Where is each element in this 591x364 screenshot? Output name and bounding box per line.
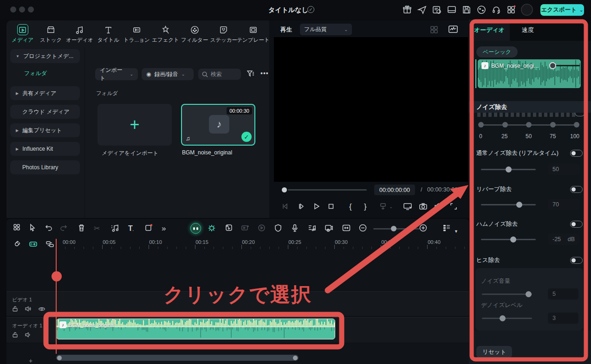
- window-zoom-button[interactable]: [28, 6, 34, 13]
- shield-icon[interactable]: [274, 224, 282, 235]
- window-close-button[interactable]: [10, 6, 16, 13]
- tab-audio[interactable]: オーディオ: [66, 22, 93, 45]
- denoise-level-handle[interactable]: [500, 315, 506, 321]
- current-timecode[interactable]: 00:00:00:00: [374, 185, 415, 195]
- split-tool-icon[interactable]: [379, 202, 387, 212]
- play-button[interactable]: [312, 202, 321, 212]
- mark-in-button[interactable]: {: [349, 202, 352, 211]
- cloud-sync-icon[interactable]: [476, 5, 487, 15]
- toolbox-icon[interactable]: [13, 224, 21, 236]
- text-tool-icon[interactable]: T.: [128, 224, 134, 235]
- sidebar-item-project-media[interactable]: ▼ プロジェクトメデ...: [10, 49, 80, 63]
- share-icon[interactable]: [417, 5, 427, 15]
- display-device-button[interactable]: [403, 202, 412, 212]
- sidebar-item-cloud-media[interactable]: クラウド メディア: [10, 105, 80, 119]
- hum-noise-slider[interactable]: [481, 239, 536, 240]
- playhead[interactable]: [56, 239, 57, 354]
- reverb-toggle[interactable]: [570, 186, 583, 193]
- chevron-down-icon[interactable]: ⌄: [389, 204, 393, 209]
- filter-icon[interactable]: [247, 70, 255, 80]
- tab-stickers[interactable]: ステッカー: [210, 22, 237, 45]
- fullscreen-button[interactable]: [449, 202, 458, 212]
- speech-to-text-icon[interactable]: [224, 224, 233, 235]
- task-list-icon[interactable]: [432, 5, 442, 15]
- scrollbar-handle-right[interactable]: [293, 356, 298, 360]
- timeline-ruler[interactable]: 00:00 00:05 00:10 00:15 00:20 00:25 00:3…: [56, 239, 469, 249]
- sidebar-item-photos-library[interactable]: Photos Library: [10, 160, 80, 174]
- search-input[interactable]: 検索: [198, 69, 241, 80]
- hum-noise-toggle[interactable]: [570, 221, 583, 228]
- normal-noise-slider-handle[interactable]: [506, 166, 512, 172]
- strength-slider-dot[interactable]: [526, 122, 532, 128]
- fit-timeline-icon[interactable]: [342, 224, 351, 235]
- stop-button[interactable]: [327, 202, 335, 212]
- chevron-down-icon[interactable]: ▼: [454, 226, 458, 236]
- strength-slider-dot[interactable]: [478, 122, 484, 128]
- user-avatar[interactable]: [521, 4, 533, 16]
- mark-out-button[interactable]: }: [364, 202, 367, 211]
- render-preview-icon[interactable]: [257, 224, 266, 235]
- normal-noise-toggle[interactable]: [570, 150, 583, 157]
- snapshot-camera-button[interactable]: [419, 202, 428, 212]
- import-media-tile[interactable]: +: [97, 104, 172, 146]
- volume-button[interactable]: [434, 202, 442, 212]
- tab-transitions[interactable]: トラ...ョン: [123, 22, 150, 45]
- apps-grid-icon[interactable]: [506, 5, 516, 15]
- auto-ripple-icon[interactable]: [29, 240, 38, 250]
- track-split-icon[interactable]: [45, 240, 54, 250]
- mute-icon[interactable]: [25, 332, 32, 340]
- import-dropdown[interactable]: インポート ⌄: [95, 68, 138, 80]
- delete-icon[interactable]: [78, 224, 85, 235]
- tab-media[interactable]: メディア: [9, 22, 36, 45]
- undo-icon[interactable]: [44, 224, 52, 235]
- strength-slider-dot[interactable]: [550, 122, 556, 128]
- sidebar-item-influence-kit[interactable]: ▶ Influence Kit: [10, 142, 80, 156]
- zoom-out-icon[interactable]: [358, 224, 367, 235]
- window-minimize-button[interactable]: [19, 6, 25, 13]
- sidebar-item-shared-media[interactable]: ▶ 共有メディア: [10, 86, 80, 100]
- scrollbar-handle-left[interactable]: [57, 356, 62, 360]
- tab-audio-properties[interactable]: オーディオ: [469, 19, 510, 41]
- zoom-in-icon[interactable]: [419, 224, 428, 235]
- ai-bot-icon[interactable]: [207, 224, 216, 236]
- quality-dropdown[interactable]: フル品質 ⌄: [300, 24, 352, 35]
- hum-noise-slider-handle[interactable]: [510, 236, 516, 243]
- split-scissors-icon[interactable]: ✂: [94, 224, 100, 234]
- media-item-bgm[interactable]: 00:00:30 ♪ ♫ ✓: [181, 104, 255, 146]
- tab-filters[interactable]: フィルター: [181, 22, 208, 45]
- basic-badge[interactable]: ベーシック: [476, 46, 518, 57]
- tab-titles[interactable]: タイトル: [95, 22, 122, 45]
- preview-grid-icon[interactable]: [429, 25, 439, 36]
- more-options-icon[interactable]: •••: [260, 70, 269, 77]
- audio-mixer-icon[interactable]: [307, 224, 317, 235]
- hum-noise-value[interactable]: -25dB: [548, 234, 579, 245]
- next-frame-button[interactable]: [297, 202, 305, 212]
- sidebar-item-edit-presets[interactable]: ▶ 編集プリセット: [10, 123, 80, 137]
- mute-icon[interactable]: [25, 306, 32, 314]
- scope-view-icon[interactable]: [448, 25, 458, 36]
- tab-effects[interactable]: エフェクト: [152, 22, 179, 45]
- sidebar-item-folder[interactable]: フォルダ: [10, 67, 80, 80]
- visibility-eye-icon[interactable]: [38, 306, 45, 314]
- previous-frame-button[interactable]: [281, 202, 289, 212]
- panel-layout-icon[interactable]: [447, 5, 457, 15]
- voiceover-mic-icon[interactable]: [291, 224, 299, 235]
- strength-slider-dot[interactable]: [574, 122, 579, 128]
- ai-copilot-icon[interactable]: [190, 223, 201, 234]
- denoise-level-slider[interactable]: [482, 318, 532, 319]
- denoise-level-value[interactable]: 3: [548, 313, 578, 324]
- zoom-slider-track[interactable]: [373, 228, 420, 230]
- reverb-slider-handle[interactable]: [516, 202, 522, 208]
- scrubber-handle[interactable]: [282, 187, 287, 192]
- reverb-slider[interactable]: [481, 204, 536, 205]
- track-manager-icon[interactable]: [442, 224, 451, 235]
- support-headset-icon[interactable]: [491, 5, 501, 15]
- normal-noise-value[interactable]: 50: [548, 164, 579, 175]
- scrubber-track[interactable]: [288, 189, 367, 191]
- record-dropdown[interactable]: ◉ 録画/録音 ⌄: [142, 68, 194, 80]
- export-button[interactable]: エクスポート ⌄: [540, 4, 584, 16]
- gift-icon[interactable]: [402, 5, 412, 15]
- selected-clip-card[interactable]: ♪ BGM_noise_origi...: [478, 59, 581, 88]
- video-track[interactable]: ビデオ 1: [6, 291, 469, 316]
- noise-volume-slider[interactable]: [482, 294, 532, 295]
